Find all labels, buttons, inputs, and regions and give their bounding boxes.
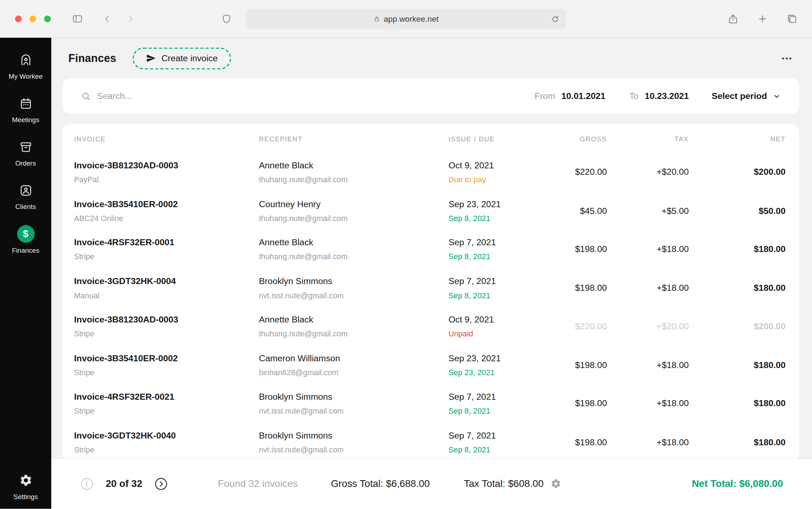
select-period-dropdown[interactable]: Select period xyxy=(712,91,781,101)
invoice-id: Invoice-3B35410ER-0002 xyxy=(74,199,259,209)
clients-icon xyxy=(19,182,32,199)
net-amount: $200.00 xyxy=(689,167,786,178)
date-from-field[interactable]: From 10.01.2021 xyxy=(535,91,605,101)
net-amount: $180.00 xyxy=(689,360,786,371)
sidebar-item-settings[interactable]: Settings xyxy=(0,464,51,508)
due-status: Unpaid xyxy=(448,329,542,339)
date-to-field[interactable]: To 10.23.2021 xyxy=(629,91,689,101)
reload-icon xyxy=(551,15,559,23)
totals-settings-button[interactable] xyxy=(550,478,561,489)
orders-icon xyxy=(19,138,32,156)
recipient-name: Brooklyn Simmons xyxy=(259,392,448,402)
sidebar-nav: My Workee Meetings Orders Clients $ Fina… xyxy=(0,44,51,262)
payment-method: PayPal xyxy=(74,175,259,184)
gross-amount: $198.00 xyxy=(542,283,607,293)
net-amount: $180.00 xyxy=(689,245,786,255)
sidebar-toggle-button[interactable] xyxy=(70,11,84,26)
invoice-row[interactable]: Invoice-4RSF32ER-0021 Stripe Brooklyn Si… xyxy=(63,384,799,423)
invoice-row[interactable]: Invoice-3B35410ER-0002 Stripe Cameron Wi… xyxy=(63,346,799,384)
sidebar-item-meetings[interactable]: Meetings xyxy=(0,88,51,131)
close-window-button[interactable] xyxy=(15,16,22,22)
invoice-id: Invoice-3GDT32HK-0004 xyxy=(74,276,259,287)
tax-amount: +$18.00 xyxy=(607,437,689,447)
invoice-row[interactable]: Invoice-3GDT32HK-0040 Stripe Brooklyn Si… xyxy=(63,423,799,462)
share-icon xyxy=(727,13,738,24)
minimize-window-button[interactable] xyxy=(30,16,36,22)
recipient-name: Brooklyn Simmons xyxy=(259,276,448,287)
invoice-row[interactable]: Invoice-3GDT32HK-0004 Manual Brooklyn Si… xyxy=(63,269,799,307)
gross-amount: $220.00 xyxy=(542,167,607,178)
shield-icon[interactable] xyxy=(219,11,234,26)
recipient-email: nvt.isst.nute@gmail.com xyxy=(259,406,448,416)
payment-method: Stripe xyxy=(74,368,259,377)
tax-amount: +$5.00 xyxy=(607,206,689,216)
sidebar-item-finances[interactable]: $ Finances xyxy=(0,218,51,261)
browser-toolbar: app.workee.net xyxy=(0,0,812,38)
recipient-email: thuhang.nute@gmail.com xyxy=(259,214,448,223)
tax-amount: +$18.00 xyxy=(607,399,689,409)
recipient-name: Annette Black xyxy=(259,161,448,171)
tax-amount: +$20.00 xyxy=(607,321,689,332)
window-controls xyxy=(15,16,51,22)
gross-amount: $198.00 xyxy=(542,360,607,371)
show-tabs-button[interactable] xyxy=(785,11,799,26)
due-status: Sep 8, 2021 xyxy=(448,445,542,454)
invoice-row[interactable]: Invoice-3B81230AD-0003 Stripe Annette Bl… xyxy=(63,308,799,346)
lock-icon xyxy=(373,16,380,22)
invoice-row[interactable]: Invoice-3B81230AD-0003 PayPal Annette Bl… xyxy=(63,153,799,191)
filter-bar: From 10.01.2021 To 10.23.2021 Select per… xyxy=(63,79,799,113)
search-input[interactable] xyxy=(97,91,511,101)
recipient-name: Annette Black xyxy=(259,238,448,248)
sidebar-item-my-workee[interactable]: My Workee xyxy=(0,44,51,88)
page-title: Finances xyxy=(68,52,116,64)
payment-method: Stripe xyxy=(74,252,259,262)
invoice-id: Invoice-4RSF32ER-0021 xyxy=(74,392,259,402)
sidebar-item-orders[interactable]: Orders xyxy=(0,131,51,174)
issue-date: Sep 7, 2021 xyxy=(448,392,542,402)
zoom-window-button[interactable] xyxy=(44,16,51,22)
due-status: Sep 23, 2021 xyxy=(448,368,542,377)
create-invoice-button[interactable]: Create invoice xyxy=(132,47,231,69)
recipient-email: nvt.isst.nute@gmail.com xyxy=(259,291,448,300)
invoice-row[interactable]: Invoice-4RSF32ER-0001 Stripe Annette Bla… xyxy=(63,230,799,269)
column-header-recepient: RECEPIENT xyxy=(259,135,448,143)
sidebar-item-clients[interactable]: Clients xyxy=(0,174,51,218)
due-status: Sep 8, 2021 xyxy=(448,214,542,223)
forward-button[interactable] xyxy=(123,11,137,26)
tax-amount: +$20.00 xyxy=(607,167,689,178)
net-amount: $50.00 xyxy=(689,206,786,216)
prev-page-button[interactable] xyxy=(80,476,94,491)
back-button[interactable] xyxy=(100,11,115,26)
invoice-row[interactable]: Invoice-3B35410ER-0002 ABC24 Online Cour… xyxy=(63,192,799,230)
column-header-gross: GROSS xyxy=(542,135,607,143)
invoice-id: Invoice-3B81230AD-0003 xyxy=(74,161,259,171)
due-status: Sep 8, 2021 xyxy=(448,406,542,416)
issue-date: Sep 7, 2021 xyxy=(448,430,542,441)
plus-icon xyxy=(757,13,768,24)
recipient-email: binhan628@gmail.com xyxy=(259,368,448,377)
share-button[interactable] xyxy=(725,11,740,26)
more-options-button[interactable]: ••• xyxy=(782,54,793,62)
select-period-label: Select period xyxy=(712,91,767,101)
recipient-name: Courtney Henry xyxy=(259,199,448,209)
reload-button[interactable] xyxy=(547,11,562,26)
invoices-table: INVOICERECEPIENTISSUE / DUEGROSSTAXNET I… xyxy=(63,124,799,462)
sidebar-settings-host: Settings xyxy=(0,464,51,508)
next-page-button[interactable] xyxy=(154,476,168,491)
recipient-email: thuhang.nute@gmail.com xyxy=(259,252,448,262)
address-bar[interactable]: app.workee.net xyxy=(246,9,566,29)
page-header: Finances Create invoice ••• xyxy=(63,38,799,79)
tax-amount: +$18.00 xyxy=(607,245,689,255)
issue-date: Sep 23, 2021 xyxy=(448,199,542,209)
gross-amount: $198.00 xyxy=(542,245,607,255)
create-invoice-label: Create invoice xyxy=(161,53,218,63)
issue-date: Sep 23, 2021 xyxy=(448,353,542,364)
from-value: 10.01.2021 xyxy=(561,91,605,101)
issue-date: Oct 9, 2021 xyxy=(448,161,542,171)
column-header-tax: TAX xyxy=(607,135,689,143)
new-tab-button[interactable] xyxy=(755,11,770,26)
app-sidebar: My Workee Meetings Orders Clients $ Fina… xyxy=(0,38,51,509)
net-amount: $180.00 xyxy=(689,283,786,293)
payment-method: Stripe xyxy=(74,445,259,454)
issue-date: Sep 7, 2021 xyxy=(448,276,542,287)
